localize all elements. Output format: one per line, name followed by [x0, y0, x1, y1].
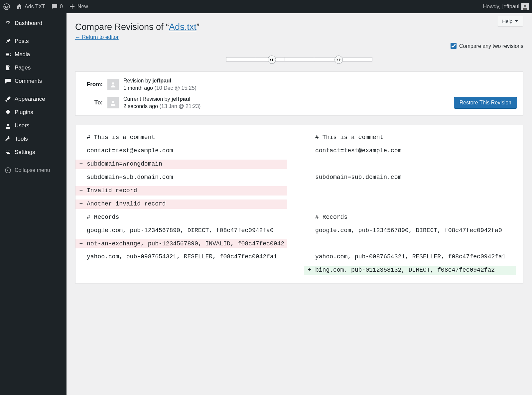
comment-icon: [51, 3, 58, 10]
to-author: jeffpaul: [172, 96, 191, 102]
site-home-link[interactable]: Ads TXT: [16, 3, 45, 10]
sidebar-item-settings[interactable]: Settings: [0, 146, 66, 159]
diff-line: subdomain=sub.domain.comsubdomain=sub.do…: [75, 173, 523, 182]
diff-left: # Records: [87, 213, 287, 222]
sidebar-item-label: Posts: [15, 38, 29, 45]
sidebar-item-label: Settings: [15, 149, 35, 156]
revision-meta: From: Revision by jeffpaul 1 month ago (…: [75, 71, 523, 115]
diff-right: # This is a comment: [315, 133, 516, 142]
compare-any-two-label[interactable]: Compare any two revisions: [451, 43, 523, 49]
diff-left: google.com, pub-1234567890, DIRECT, f08c…: [87, 226, 287, 235]
slider-tick: [285, 58, 285, 61]
sidebar-item-label: Plugins: [15, 109, 33, 116]
return-to-editor-link[interactable]: ← Return to editor: [75, 34, 119, 40]
revision-slider[interactable]: [226, 57, 372, 62]
diff-sign: [304, 173, 315, 182]
revision-diff: # This is a comment# This is a commentco…: [75, 125, 523, 283]
diff-line: google.com, pub-1234567890, DIRECT, f08c…: [75, 226, 523, 235]
diff-right: # Records: [315, 213, 516, 222]
brush-icon: [5, 96, 11, 102]
howdy-prefix: Howdy,: [483, 4, 500, 10]
sidebar-item-label: Appearance: [15, 96, 45, 102]
from-ago: 1 month ago: [123, 85, 153, 91]
content-area: Help Compare Revisions of “Ads.txt” ← Re…: [66, 13, 532, 395]
plug-icon: [5, 109, 11, 116]
diff-sign: [75, 133, 87, 142]
diff-right: subdomain=sub.domain.com: [315, 173, 516, 182]
person-icon: [110, 99, 116, 106]
diff-sign: [304, 160, 315, 169]
sidebar-item-dashboard[interactable]: Dashboard: [0, 17, 66, 30]
diff-left: # This is a comment: [87, 133, 287, 142]
pin-icon: [5, 38, 11, 45]
svg-point-4: [112, 82, 114, 84]
diff-left: subdomain=sub.domain.com: [87, 173, 287, 182]
slider-handle-from[interactable]: [268, 56, 276, 64]
diff-right: yahoo.com, pub-0987654321, RESELLER, f08…: [315, 252, 516, 262]
sidebar-item-posts[interactable]: Posts: [0, 35, 66, 48]
diff-line: −subdomain=wrongdomain: [75, 160, 523, 169]
diff-line: −Invalid record: [75, 186, 523, 196]
admin-bar: Ads TXT 0 New Howdy, jeffpaul: [0, 0, 532, 13]
avatar: [107, 97, 119, 108]
diff-right: bing.com, pub-0112358132, DIRECT, f08c47…: [315, 266, 516, 275]
diff-right: contact=test@example.com: [315, 146, 516, 156]
diff-sign: −: [75, 199, 87, 209]
sidebar-item-comments[interactable]: Comments: [0, 74, 66, 88]
from-timestamp: (10 Dec @ 15:25): [154, 85, 197, 91]
sidebar-item-label: Media: [15, 51, 30, 58]
diff-sign: [75, 213, 87, 222]
diff-right: [315, 186, 516, 196]
diff-sign: [304, 133, 315, 142]
comment-count: 0: [60, 4, 63, 10]
compare-any-two-checkbox[interactable]: [451, 43, 457, 49]
sidebar-item-tools[interactable]: Tools: [0, 132, 66, 146]
wp-logo[interactable]: [3, 3, 10, 10]
comment-icon: [5, 78, 11, 84]
sidebar-item-users[interactable]: Users: [0, 119, 66, 132]
diff-line: contact=test@example.comcontact=test@exa…: [75, 146, 523, 156]
revision-from-row: From: Revision by jeffpaul 1 month ago (…: [81, 75, 517, 93]
slider-handle-to[interactable]: [334, 56, 343, 64]
diff-sign: [75, 146, 87, 156]
person-icon: [110, 81, 116, 88]
sidebar-item-label: Tools: [15, 136, 28, 142]
svg-point-2: [7, 124, 9, 126]
sidebar-item-media[interactable]: Media: [0, 48, 66, 61]
diff-left: [87, 266, 287, 275]
restore-revision-button[interactable]: Restore This Revision: [454, 97, 517, 109]
comments-link[interactable]: 0: [51, 3, 63, 10]
collapse-menu-button[interactable]: Collapse menu: [0, 164, 66, 177]
wrench-icon: [5, 136, 11, 142]
diff-line: # Records# Records: [75, 213, 523, 222]
revision-target-link[interactable]: Ads.txt: [169, 22, 197, 32]
account-link[interactable]: Howdy, jeffpaul: [483, 3, 529, 10]
new-content-link[interactable]: New: [69, 3, 88, 10]
help-tab[interactable]: Help: [497, 16, 523, 27]
drag-handle-icon: [337, 58, 341, 62]
to-timestamp: (13 Jan @ 21:23): [160, 103, 201, 109]
diff-left: not-an-exchange, pub-1234567890, INVALID…: [87, 239, 287, 249]
help-label: Help: [502, 18, 512, 24]
diff-sign: [304, 226, 315, 235]
diff-left: Another invalid record: [87, 199, 287, 209]
wordpress-icon: [3, 3, 10, 10]
diff-line: # This is a comment# This is a comment: [75, 133, 523, 142]
slider-tick: [343, 58, 343, 61]
new-label: New: [77, 4, 88, 10]
collapse-menu-label: Collapse menu: [15, 167, 50, 173]
diff-sign: [75, 226, 87, 235]
diff-right: [315, 239, 516, 249]
diff-sign: [304, 199, 315, 209]
to-label: To:: [81, 99, 103, 106]
sidebar-item-label: Comments: [15, 78, 42, 84]
diff-sign: [75, 266, 87, 275]
sidebar-item-label: Pages: [15, 65, 31, 71]
sidebar-item-pages[interactable]: Pages: [0, 61, 66, 74]
media-icon: [5, 51, 11, 58]
diff-sign: [304, 252, 315, 262]
diff-left: subdomain=wrongdomain: [87, 160, 287, 169]
sidebar-item-label: Users: [15, 122, 29, 129]
sidebar-item-appearance[interactable]: Appearance: [0, 92, 66, 106]
sidebar-item-plugins[interactable]: Plugins: [0, 106, 66, 119]
